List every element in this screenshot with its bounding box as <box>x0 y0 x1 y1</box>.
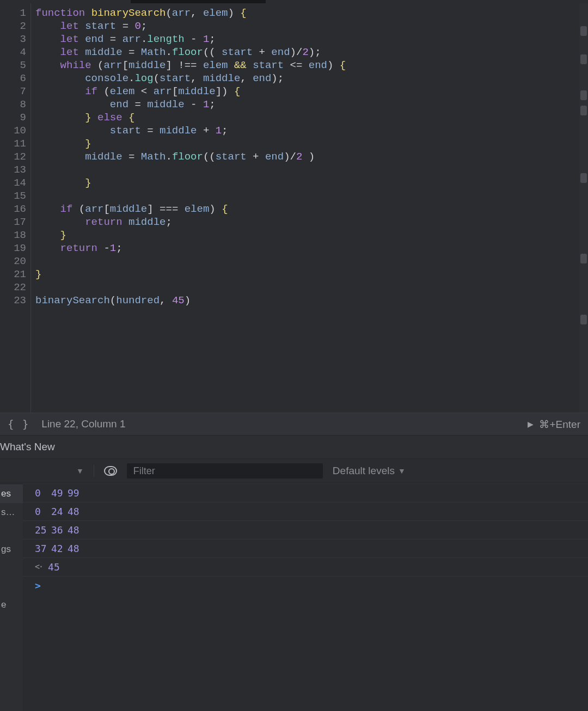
play-icon: ▶ <box>528 420 534 428</box>
console-filter-input[interactable] <box>127 463 323 479</box>
log-levels-label: Default levels <box>333 465 395 477</box>
line-number: 8 <box>0 98 26 111</box>
code-area[interactable]: function binarySearch(arr, elem) { let s… <box>31 3 579 413</box>
code-line[interactable]: let end = arr.length - 1; <box>35 33 579 46</box>
tab-whats-new-label: What's New <box>0 441 55 453</box>
side-tab[interactable] <box>0 522 23 540</box>
code-line[interactable]: binarySearch(hundred, 45) <box>35 294 579 307</box>
editor-scrollbar[interactable] <box>579 3 588 413</box>
run-shortcut-label: ⌘+Enter <box>539 418 580 431</box>
console-prompt[interactable]: > <box>23 577 588 594</box>
scrollbar-mark <box>580 254 587 263</box>
return-icon: <· <box>35 558 42 576</box>
line-number: 12 <box>0 150 26 163</box>
line-number: 11 <box>0 137 26 150</box>
code-line[interactable]: function binarySearch(arr, elem) { <box>35 7 579 20</box>
editor-status-bar: { } Line 22, Column 1 ▶ ⌘+Enter <box>0 413 588 436</box>
code-line[interactable]: console.log(start, middle, end); <box>35 72 579 85</box>
code-line[interactable]: } <box>35 137 579 150</box>
scrollbar-mark <box>580 173 587 183</box>
code-line[interactable]: } <box>35 268 579 281</box>
dropdown-icon[interactable]: ▼ <box>76 467 84 475</box>
divider <box>94 465 94 477</box>
code-line[interactable]: end = middle - 1; <box>35 98 579 111</box>
line-number: 21 <box>0 268 26 281</box>
code-line[interactable]: middle = Math.floor((start + end)/2 ) <box>35 150 579 163</box>
console-log-row[interactable]: 02448 <box>23 502 588 521</box>
line-number: 15 <box>0 189 26 203</box>
console-log-row[interactable]: 253648 <box>23 521 588 540</box>
code-line[interactable]: return middle; <box>35 216 579 229</box>
live-expression-icon[interactable] <box>104 466 117 476</box>
line-number: 20 <box>0 255 26 268</box>
console-panel: ess…gse 0499902448253648374248<·45> <box>0 483 588 711</box>
code-line[interactable]: } <box>35 176 579 189</box>
side-tab[interactable] <box>0 577 23 596</box>
side-tab[interactable]: e <box>0 596 23 614</box>
line-number: 6 <box>0 72 26 85</box>
scrollbar-mark <box>580 90 587 100</box>
cursor-position: Line 22, Column 1 <box>41 418 125 430</box>
console-toolbar: ▼ Default levels ▼ <box>0 459 588 483</box>
line-number: 22 <box>0 281 26 294</box>
prompt-caret-icon: > <box>35 580 41 591</box>
scrollbar-mark <box>580 54 587 64</box>
scrollbar-mark <box>580 26 587 36</box>
console-log-row[interactable]: 04999 <box>23 483 588 502</box>
code-line[interactable]: } else { <box>35 111 579 124</box>
line-number: 14 <box>0 176 26 189</box>
log-levels-dropdown[interactable]: Default levels ▼ <box>333 465 406 477</box>
console-log-row[interactable]: 374248 <box>23 540 588 558</box>
code-line[interactable] <box>35 163 579 176</box>
chevron-down-icon: ▼ <box>398 467 406 475</box>
code-line[interactable] <box>35 189 579 203</box>
pretty-print-icon[interactable]: { } <box>8 418 29 430</box>
console-output[interactable]: 0499902448253648374248<·45> <box>23 483 588 711</box>
line-number: 2 <box>0 20 26 33</box>
line-number: 19 <box>0 242 26 255</box>
code-line[interactable]: while (arr[middle] !== elem && start <= … <box>35 59 579 72</box>
line-number: 9 <box>0 111 26 124</box>
side-tab[interactable] <box>0 559 23 577</box>
tab-whats-new[interactable]: What's New <box>0 436 588 459</box>
console-return-row[interactable]: <·45 <box>23 558 588 577</box>
line-number: 18 <box>0 229 26 242</box>
line-number: 7 <box>0 85 26 98</box>
code-line[interactable]: let start = 0; <box>35 20 579 33</box>
line-number: 16 <box>0 203 26 216</box>
code-line[interactable]: if (arr[middle] === elem) { <box>35 203 579 216</box>
return-value: 45 <box>48 558 60 576</box>
side-tab[interactable]: gs <box>0 540 23 559</box>
run-shortcut[interactable]: ▶ ⌘+Enter <box>528 418 580 431</box>
code-line[interactable]: } <box>35 229 579 242</box>
line-number: 23 <box>0 294 26 307</box>
line-number: 3 <box>0 33 26 46</box>
code-line[interactable]: return -1; <box>35 242 579 255</box>
line-number: 10 <box>0 124 26 137</box>
side-tab[interactable]: s… <box>0 503 23 522</box>
line-number: 4 <box>0 46 26 59</box>
code-line[interactable] <box>35 281 579 294</box>
line-number-gutter: 1234567891011121314151617181920212223 <box>0 3 31 413</box>
scrollbar-mark <box>580 315 587 324</box>
code-editor[interactable]: 1234567891011121314151617181920212223 fu… <box>0 3 588 413</box>
code-line[interactable]: if (elem < arr[middle]) { <box>35 85 579 98</box>
code-line[interactable] <box>35 255 579 268</box>
scrollbar-mark <box>580 106 587 115</box>
line-number: 13 <box>0 163 26 176</box>
code-line[interactable]: let middle = Math.floor(( start + end)/2… <box>35 46 579 59</box>
line-number: 1 <box>0 7 26 20</box>
console-side-tabs[interactable]: ess…gse <box>0 483 23 711</box>
line-number: 17 <box>0 216 26 229</box>
code-line[interactable]: start = middle + 1; <box>35 124 579 137</box>
side-tab[interactable]: es <box>0 485 23 503</box>
line-number: 5 <box>0 59 26 72</box>
